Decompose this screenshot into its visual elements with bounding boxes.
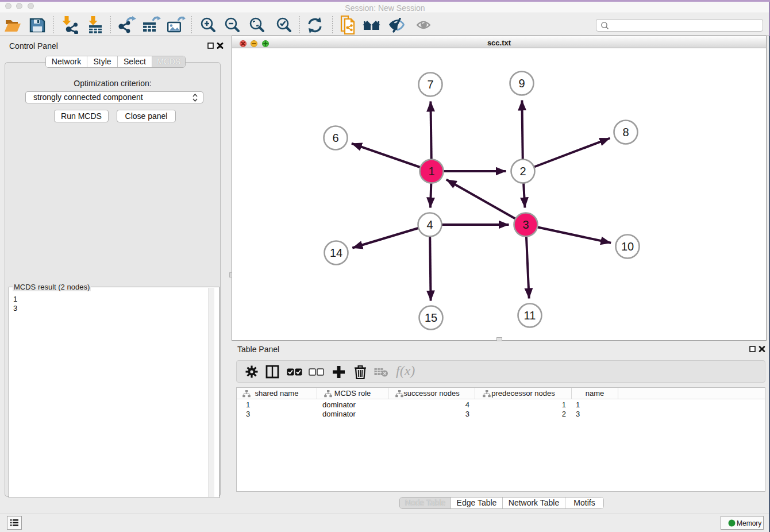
svg-text:15: 15 [425,311,437,324]
svg-text:3: 3 [522,218,529,231]
svg-text:6: 6 [332,132,338,144]
svg-text:14: 14 [330,246,342,259]
svg-text:1: 1 [428,165,434,178]
svg-text:4: 4 [426,218,433,231]
svg-text:2: 2 [519,165,526,178]
svg-text:7: 7 [427,78,433,91]
svg-text:9: 9 [518,77,525,90]
svg-text:11: 11 [524,309,536,322]
svg-text:8: 8 [622,126,629,138]
svg-text:10: 10 [621,240,634,253]
